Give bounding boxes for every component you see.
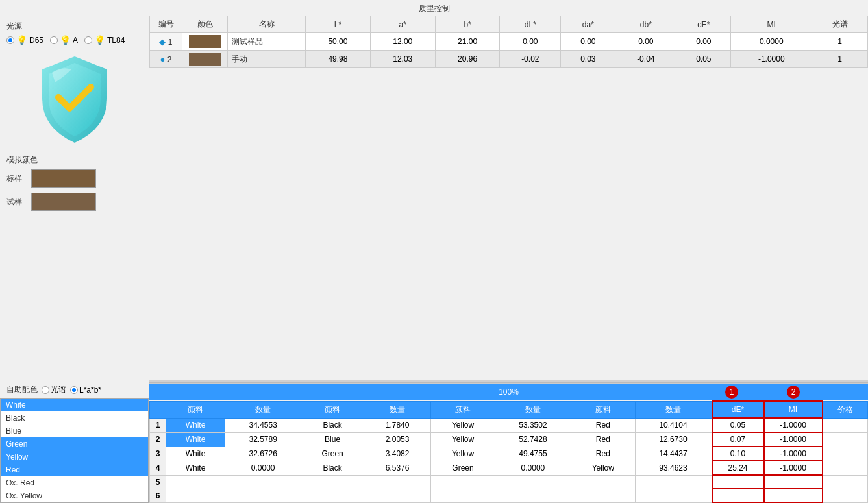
- ing-row-5: 5: [150, 475, 868, 489]
- bottom-header: 100% 1 2: [149, 384, 868, 400]
- qc-cell-spectrum-2: 1: [812, 51, 868, 68]
- qc-row-2[interactable]: ● 2 手动 49.98 12.03 20.96 -0.02 0.03 -0.0: [150, 51, 868, 68]
- ing-q2-4: 6.5376: [364, 461, 430, 475]
- qc-cell-b-2: 20.96: [435, 51, 500, 68]
- ing-q4-3: 14.4437: [635, 447, 712, 461]
- ing-q3-2: 52.7428: [495, 432, 571, 447]
- ing-num-1: 1: [150, 418, 166, 432]
- simulate-color-label: 模拟颜色: [6, 154, 142, 166]
- ing-header-price: 价格: [823, 401, 868, 418]
- qc-cell-name-2: 手动: [228, 51, 306, 68]
- ing-p4-1: Red: [571, 418, 635, 432]
- qc-cell-color-2: [182, 51, 228, 68]
- qc-header-dE: dE*: [676, 16, 731, 33]
- ing-q2-2: 2.0053: [364, 432, 430, 447]
- ing-header-dE: dE*: [712, 401, 764, 418]
- circle-icon: ●: [160, 55, 166, 64]
- qc-cell-db-1: 0.00: [615, 33, 676, 51]
- qc-cell-b-1: 21.00: [435, 33, 500, 51]
- qc-cell-name-1: 测试样品: [228, 33, 306, 51]
- radio-tl84-circle[interactable]: [84, 36, 92, 44]
- list-item-white[interactable]: White: [1, 399, 148, 411]
- ing-p3-3: Yellow: [431, 447, 495, 461]
- shield-area: [0, 48, 149, 152]
- badge-2: 2: [787, 386, 800, 399]
- radio-spectrum[interactable]: 光谱: [42, 384, 66, 395]
- progress-text: 100%: [499, 387, 519, 397]
- ing-q1-3: 32.6726: [225, 447, 301, 461]
- list-item-red[interactable]: Red: [1, 463, 148, 476]
- ing-dE-1: 0.05: [712, 418, 764, 432]
- qc-header-MI: MI: [731, 16, 812, 33]
- ing-num-2: 2: [150, 432, 166, 447]
- bulb-icon-d65: 💡: [16, 35, 27, 45]
- ing-p1-2: White: [166, 432, 225, 447]
- ing-q2-3: 3.4082: [364, 447, 430, 461]
- list-item-green[interactable]: Green: [1, 437, 148, 450]
- radio-tl84[interactable]: 💡 TL84: [84, 35, 125, 45]
- ing-p1-3: White: [166, 447, 225, 461]
- qc-header-name: 名称: [228, 16, 306, 33]
- ing-q1-1: 34.4553: [225, 418, 301, 432]
- ing-row-4[interactable]: 4 White 0.0000 Black 6.5376 Green 0.0000…: [150, 461, 868, 475]
- ingredients-table: 颜料 数量 颜料 数量 颜料 数量 颜料 数量 dE* MI 价格: [149, 400, 868, 503]
- ing-header-q1: 数量: [225, 401, 301, 418]
- radio-a-circle[interactable]: [50, 36, 58, 44]
- radio-a-label: A: [73, 36, 78, 45]
- qc-cell-id-2: ● 2: [150, 51, 182, 68]
- left-panel: 光源 💡 D65 💡 A: [0, 16, 149, 503]
- ing-q3-3: 49.4755: [495, 447, 571, 461]
- ing-header-p3: 颜料: [431, 401, 495, 418]
- ing-row-2[interactable]: 2 White 32.5789 Blue 2.0053 Yellow 52.74…: [150, 432, 868, 447]
- qc-table-area: 编号 颜色 名称 L* a* b* dL* da* db* dE* MI 光谱: [149, 16, 868, 68]
- qc-header-da: da*: [561, 16, 615, 33]
- ing-header-q3: 数量: [495, 401, 571, 418]
- light-source-label: 光源: [6, 21, 142, 32]
- sample-color-row: 试样: [6, 193, 142, 211]
- ing-dE-2: 0.07: [712, 432, 764, 447]
- bulb-icon-a: 💡: [60, 35, 71, 45]
- qc-cell-L-1: 50.00: [306, 33, 371, 51]
- ing-num-6: 6: [150, 489, 166, 502]
- light-source-radios: 💡 D65 💡 A 💡 TL84: [6, 35, 142, 45]
- ing-row-1[interactable]: 1 White 34.4553 Black 1.7840 Yellow 53.3…: [150, 418, 868, 432]
- radio-lab[interactable]: L*a*b*: [70, 386, 101, 395]
- qc-header-L: L*: [306, 16, 371, 33]
- radio-tl84-label: TL84: [107, 36, 125, 45]
- list-item-black[interactable]: Black: [1, 411, 148, 424]
- sample-color-swatch: [31, 193, 96, 211]
- ing-row-3[interactable]: 3 White 32.6726 Green 3.4082 Yellow 49.4…: [150, 447, 868, 461]
- ing-price-4: [823, 461, 868, 475]
- ing-MI-4: -1.0000: [764, 461, 823, 475]
- ing-MI-2: -1.0000: [764, 432, 823, 447]
- radio-d65[interactable]: 💡 D65: [6, 35, 43, 45]
- ing-q4-2: 12.6730: [635, 432, 712, 447]
- qc-cell-id-1: ◆ 1: [150, 33, 182, 51]
- bottom-section: 100% 1 2 颜料: [149, 383, 868, 503]
- qc-cell-a-1: 12.00: [370, 33, 435, 51]
- ing-q2-1: 1.7840: [364, 418, 430, 432]
- ing-price-3: [823, 447, 868, 461]
- diamond-icon: ◆: [159, 37, 166, 47]
- standard-label: 标样: [6, 173, 25, 184]
- list-item-yellow[interactable]: Yellow: [1, 450, 148, 463]
- list-item-ox-red[interactable]: Ox. Red: [1, 476, 148, 489]
- qc-table: 编号 颜色 名称 L* a* b* dL* da* db* dE* MI 光谱: [149, 16, 868, 68]
- ing-p3-4: Green: [431, 461, 495, 475]
- list-item-blue[interactable]: Blue: [1, 424, 148, 437]
- middle-space: [149, 68, 868, 380]
- ing-p3-1: Yellow: [431, 418, 495, 432]
- qc-row-1[interactable]: ◆ 1 测试样品 50.00 12.00 21.00 0.00 0.00 0.0: [150, 33, 868, 51]
- radio-d65-label: D65: [29, 36, 43, 45]
- spectrum-label: 光谱: [51, 384, 66, 395]
- qc-header-a: a*: [370, 16, 435, 33]
- ing-MI-3: -1.0000: [764, 447, 823, 461]
- list-item-ox-yellow[interactable]: Ox. Yellow: [1, 489, 148, 502]
- radio-d65-circle[interactable]: [6, 36, 14, 44]
- qc-cell-L-2: 49.98: [306, 51, 371, 68]
- radio-a[interactable]: 💡 A: [50, 35, 78, 45]
- qc-cell-MI-1: 0.0000: [731, 33, 812, 51]
- ing-q4-4: 93.4623: [635, 461, 712, 475]
- ing-header-p4: 颜料: [571, 401, 635, 418]
- ing-price-2: [823, 432, 868, 447]
